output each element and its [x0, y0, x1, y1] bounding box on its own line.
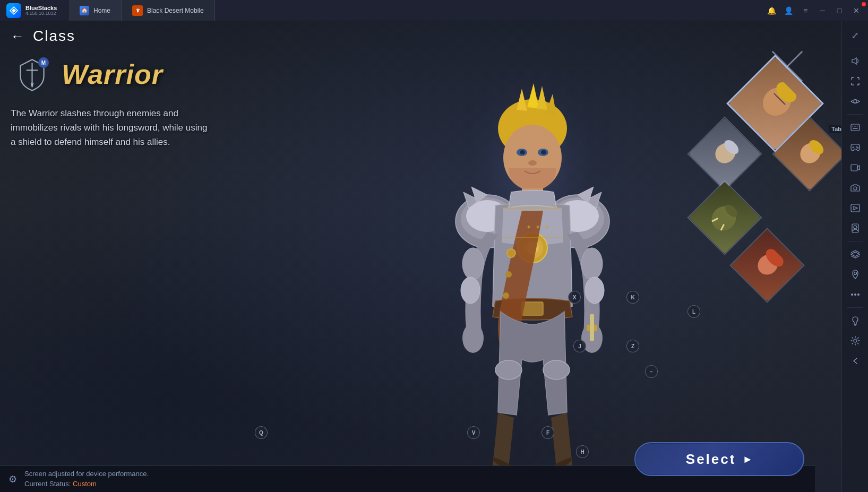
sidebar-location-icon[interactable] — [846, 265, 865, 284]
sidebar-media-icon[interactable] — [846, 198, 865, 218]
key-z-badge: Z — [626, 340, 639, 352]
sidebar-camera-icon[interactable] — [846, 178, 865, 197]
maximize-btn[interactable]: □ — [832, 3, 847, 18]
status-message2: Current Status: — [24, 480, 71, 488]
select-button-label: Select — [686, 451, 736, 468]
svg-point-14 — [541, 150, 546, 154]
svg-point-32 — [505, 271, 512, 278]
sidebar-expand-icon[interactable]: ⤢ — [846, 25, 865, 45]
select-button[interactable]: Select ► — [634, 442, 804, 476]
class-info-panel: M Warrior The Warrior slashes through en… — [11, 53, 250, 150]
svg-point-35 — [461, 277, 480, 304]
app-name: BlueStacks — [25, 5, 57, 11]
bluestacks-icon — [6, 3, 21, 18]
sidebar-divider-1 — [847, 48, 863, 48]
titlebar: BlueStacks 4.150.10.1032 🏠 Home 🗡 Black … — [0, 0, 868, 21]
account-btn[interactable]: 👤 — [781, 3, 796, 18]
notification-btn[interactable]: 🔔 — [764, 3, 779, 18]
sidebar-keyboard-icon[interactable] — [846, 118, 865, 137]
svg-point-42 — [495, 360, 522, 379]
home-tab-label: Home — [93, 7, 110, 14]
window-controls: 🔔 👤 ≡ ─ □ ✕ — [764, 3, 868, 18]
sidebar-video-icon[interactable] — [846, 158, 865, 177]
svg-point-54 — [707, 201, 741, 236]
select-button-arrow: ► — [742, 453, 753, 465]
svg-rect-30 — [522, 302, 543, 315]
svg-point-76 — [854, 294, 856, 296]
character-selector: Tab — [698, 53, 836, 329]
home-tab-icon: 🏠 — [80, 6, 89, 15]
svg-point-36 — [462, 323, 484, 353]
sidebar-volume-icon[interactable] — [846, 51, 865, 71]
key-x-badge: X — [568, 291, 581, 304]
svg-point-67 — [856, 146, 857, 148]
sidebar-more-icon[interactable] — [846, 285, 865, 304]
status-message1: Screen adjusted for device performance. — [24, 470, 149, 478]
status-text: Screen adjusted for device performance. … — [24, 469, 149, 488]
svg-point-38 — [585, 277, 604, 304]
tab-key-badge: Tab — [829, 125, 841, 133]
svg-point-77 — [857, 294, 860, 296]
select-button-container: Select ► — [634, 442, 804, 476]
sidebar-collapse-icon[interactable] — [846, 351, 865, 370]
key-f-badge: F — [542, 426, 554, 439]
svg-marker-1 — [12, 8, 16, 13]
tab-home[interactable]: 🏠 Home — [69, 0, 122, 21]
sidebar-gamepad-icon[interactable] — [846, 138, 865, 157]
settings-icon[interactable]: ⚙ — [8, 473, 17, 485]
app-logo: BlueStacks 4.150.10.1032 — [0, 3, 69, 18]
svg-point-68 — [857, 148, 858, 149]
character-select-sorceress[interactable] — [729, 228, 804, 303]
class-icon-container: M — [11, 53, 53, 96]
m-badge: M — [38, 57, 49, 68]
sidebar-portrait-icon[interactable] — [846, 219, 865, 238]
notification-badge — [862, 2, 866, 6]
game-area: ← Class M Warrior The Warrior slashes — [0, 21, 841, 492]
svg-point-43 — [543, 360, 570, 379]
svg-point-15 — [528, 160, 537, 166]
key-v-badge: V — [467, 426, 480, 439]
back-button[interactable]: ← — [11, 29, 24, 43]
class-name: Warrior — [62, 58, 163, 90]
svg-point-75 — [851, 294, 853, 296]
svg-rect-71 — [851, 204, 860, 212]
key-l-badge: L — [687, 305, 700, 318]
svg-point-70 — [854, 187, 857, 190]
character-display: ✦ ✦ ✦ — [347, 36, 718, 492]
svg-point-37 — [581, 248, 603, 280]
svg-point-33 — [503, 292, 509, 299]
key-k-badge: K — [626, 291, 639, 304]
game-topbar: ← Class — [0, 21, 841, 50]
minimize-btn[interactable]: ─ — [815, 3, 830, 18]
right-sidebar: ⤢ — [841, 21, 868, 492]
sidebar-eye-icon[interactable] — [846, 92, 865, 111]
svg-rect-69 — [851, 165, 857, 171]
sidebar-bulb-icon[interactable] — [846, 311, 865, 330]
sidebar-divider-3 — [847, 241, 863, 241]
svg-text:✦: ✦ — [544, 223, 549, 231]
app-title-block: BlueStacks 4.150.10.1032 — [25, 5, 57, 16]
sidebar-settings-icon[interactable] — [846, 331, 865, 350]
game-tab-icon: 🗡 — [132, 5, 143, 16]
key-q-badge: Q — [255, 426, 268, 439]
sidebar-layers-icon[interactable] — [846, 245, 865, 264]
svg-point-58 — [854, 100, 857, 103]
sidebar-divider-4 — [847, 307, 863, 308]
svg-point-73 — [854, 226, 857, 229]
svg-rect-59 — [851, 124, 860, 131]
svg-point-13 — [520, 150, 525, 154]
svg-point-80 — [854, 339, 857, 342]
sidebar-fullscreen-icon[interactable] — [846, 72, 865, 91]
svg-point-31 — [507, 249, 515, 257]
menu-btn[interactable]: ≡ — [798, 3, 813, 18]
svg-rect-41 — [590, 314, 594, 341]
class-description: The Warrior slashes through enemies and … — [11, 106, 212, 150]
key-h-badge: H — [576, 445, 589, 458]
tab-game[interactable]: 🗡 Black Desert Mobile — [122, 0, 215, 21]
sidebar-divider-2 — [847, 114, 863, 115]
svg-rect-72 — [852, 224, 858, 232]
warrior-character-svg: ✦ ✦ ✦ — [394, 51, 671, 492]
status-value: Custom — [73, 480, 97, 488]
page-title: Class — [33, 28, 75, 45]
svg-point-74 — [854, 272, 856, 275]
